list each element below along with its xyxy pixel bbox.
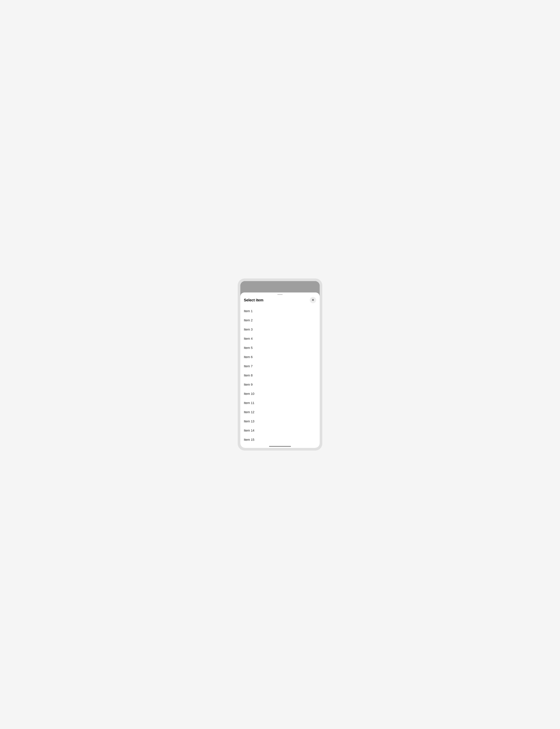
list-item-label: Item 8 xyxy=(244,373,253,377)
list-item[interactable]: Item 14 xyxy=(240,426,320,435)
drag-handle[interactable] xyxy=(277,294,283,295)
list-item-label: Item 1 xyxy=(244,309,253,313)
sheet-header: Select item xyxy=(240,296,320,305)
list-item[interactable]: Item 11 xyxy=(240,398,320,407)
list-item-label: Item 4 xyxy=(244,337,253,341)
list-item-label: Item 5 xyxy=(244,346,253,350)
list-item[interactable]: Item 5 xyxy=(240,343,320,353)
device-screen: Select item Item 1 Item 2 Item 3 Item 4 … xyxy=(240,281,320,448)
sheet-title: Select item xyxy=(244,298,263,303)
list-item-label: Item 7 xyxy=(244,364,253,368)
list-item-label: Item 6 xyxy=(244,355,253,359)
list-item-label: Item 13 xyxy=(244,419,254,423)
drag-handle-container[interactable] xyxy=(240,293,320,296)
list-item[interactable]: Item 4 xyxy=(240,334,320,343)
list-item[interactable]: Item 15 xyxy=(240,435,320,444)
list-item[interactable]: Item 10 xyxy=(240,389,320,398)
device-frame: Select item Item 1 Item 2 Item 3 Item 4 … xyxy=(238,279,322,450)
list-item[interactable]: Item 9 xyxy=(240,380,320,389)
list-item[interactable]: Item 3 xyxy=(240,325,320,334)
status-bar xyxy=(240,281,320,293)
list-item[interactable]: Item 6 xyxy=(240,353,320,362)
list-item[interactable]: Item 8 xyxy=(240,371,320,380)
list-item-label: Item 3 xyxy=(244,328,253,331)
list-item-label: Item 15 xyxy=(244,438,254,441)
list-item-label: Item 14 xyxy=(244,429,254,432)
list-item-label: Item 2 xyxy=(244,319,253,322)
list-item-label: Item 12 xyxy=(244,410,254,414)
list-item[interactable]: Item 12 xyxy=(240,407,320,417)
list-item-label: Item 10 xyxy=(244,392,254,395)
close-icon xyxy=(311,299,314,302)
close-button[interactable] xyxy=(310,297,316,303)
bottom-sheet: Select item Item 1 Item 2 Item 3 Item 4 … xyxy=(240,293,320,448)
list-item[interactable]: Item 2 xyxy=(240,316,320,325)
list-item[interactable]: Item 13 xyxy=(240,417,320,426)
list-item-label: Item 9 xyxy=(244,383,253,386)
list-item[interactable]: Item 7 xyxy=(240,362,320,371)
list-item-label: Item 11 xyxy=(244,401,254,405)
list-item[interactable]: Item 1 xyxy=(240,307,320,316)
item-list[interactable]: Item 1 Item 2 Item 3 Item 4 Item 5 Item … xyxy=(240,305,320,448)
